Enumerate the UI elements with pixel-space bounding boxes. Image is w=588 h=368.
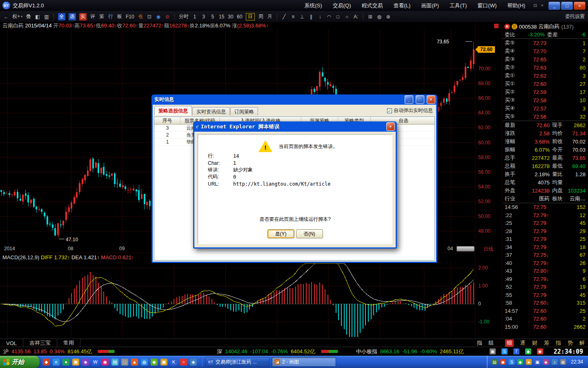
- quick-launch-icon-5[interactable]: W: [92, 359, 99, 366]
- stock-pick-button[interactable]: 选: [69, 13, 76, 20]
- text-tool-icon[interactable]: A:: [353, 13, 359, 20]
- maximize-button[interactable]: □: [561, 2, 573, 10]
- arrow-tool-icon[interactable]: ↓: [317, 13, 323, 20]
- realtime-dialog-titlebar[interactable]: 实时信息 _ □ ×: [153, 94, 436, 105]
- all-market-button[interactable]: 全: [58, 13, 65, 20]
- task-button-0[interactable]: KT交易师[浙江医药 ...: [205, 357, 270, 367]
- rect-tool-icon[interactable]: □: [335, 13, 341, 20]
- tray-icon-3[interactable]: ◆: [517, 359, 523, 365]
- period-60min[interactable]: 60: [237, 13, 243, 20]
- period-month[interactable]: 月: [267, 13, 273, 20]
- period-week[interactable]: 周: [258, 13, 264, 20]
- period-5min[interactable]: 5: [210, 13, 216, 20]
- realtime-button[interactable]: 实: [79, 13, 87, 20]
- close-button[interactable]: ×: [574, 2, 586, 10]
- quick-launch-icon-14[interactable]: ○: [180, 359, 187, 366]
- dialog-tab-2[interactable]: 订阅策略: [230, 107, 258, 115]
- tray-icon-7[interactable]: ♪: [552, 359, 557, 365]
- menu-item-3[interactable]: 查看(L): [394, 2, 411, 9]
- tray-icon-5[interactable]: ▣: [535, 359, 540, 365]
- board-button[interactable]: 板: [117, 13, 122, 20]
- tray-icon-1[interactable]: ◉: [500, 359, 506, 365]
- yes-button[interactable]: 是(Y): [267, 229, 294, 238]
- table-column-header-0[interactable]: 序号: [154, 117, 180, 124]
- panel-icon[interactable]: ⊡: [147, 13, 152, 20]
- quick-launch-icon-9[interactable]: ▲: [131, 359, 138, 366]
- quick-launch-icon-3[interactable]: ▣: [72, 359, 79, 366]
- dialog-maximize-button[interactable]: □: [416, 95, 424, 104]
- quick-launch-icon-12[interactable]: ▣: [160, 359, 167, 366]
- hline-tool-icon[interactable]: ≡: [290, 13, 296, 20]
- circle-tool-icon[interactable]: ○: [344, 13, 350, 20]
- quotes-button[interactable]: 行: [108, 13, 114, 20]
- quote-tab-势[interactable]: 势: [568, 339, 573, 347]
- menu-item-1[interactable]: 交易(Q): [333, 2, 351, 9]
- no-button[interactable]: 否(N): [296, 229, 323, 238]
- tray-icon-4[interactable]: ●: [526, 359, 532, 365]
- ie-dialog-close-button[interactable]: ×: [386, 122, 395, 131]
- quick-launch-icon-8[interactable]: □: [121, 359, 128, 366]
- quick-launch-icon-15[interactable]: ◈: [190, 359, 197, 366]
- order-settings-button[interactable]: 委托设置: [565, 13, 585, 20]
- start-button[interactable]: 开始: [0, 356, 40, 368]
- back-icon[interactable]: ←: [3, 13, 9, 20]
- quick-launch-icon-10[interactable]: ◍: [141, 359, 148, 366]
- statusbar-icon-0[interactable]: ▣: [490, 348, 496, 355]
- period-label[interactable]: 日线: [483, 246, 493, 253]
- tray-icon-8[interactable]: ◍: [560, 359, 566, 365]
- statusbar-icon-1[interactable]: S: [501, 348, 508, 355]
- quote-tab-解[interactable]: 解: [579, 339, 585, 347]
- menu-item-2[interactable]: 程式交易: [362, 2, 383, 9]
- quick-launch-icon-7[interactable]: ▤: [111, 359, 118, 366]
- mdi-restore-icon[interactable]: ⊡: [533, 3, 537, 8]
- quick-launch-icon-11[interactable]: ◆: [151, 359, 158, 366]
- dialog-minimize-button[interactable]: _: [405, 95, 413, 104]
- quick-launch-icon-1[interactable]: e: [53, 359, 60, 366]
- mini-tab-0[interactable]: 指: [477, 339, 482, 347]
- quick-launch-icon-4[interactable]: ◈: [82, 359, 89, 366]
- info-icon[interactable]: 三: [512, 24, 517, 29]
- statusbar-icon-2[interactable]: T: [513, 348, 519, 355]
- dialog-close-button[interactable]: ×: [427, 95, 435, 104]
- mdi-close-icon[interactable]: ×: [541, 3, 543, 8]
- mini-tab-1[interactable]: 组: [488, 339, 494, 347]
- quick-launch-icon-13[interactable]: K: [170, 359, 177, 366]
- tray-icon-6[interactable]: ◈: [543, 359, 549, 365]
- position-button[interactable]: 仓: [138, 13, 143, 20]
- menu-item-6[interactable]: 窗口(W): [477, 2, 497, 9]
- ie-dialog-titlebar[interactable]: e Internet Explorer 脚本错误 ×: [194, 121, 396, 132]
- strategy-button[interactable]: 策: [99, 13, 105, 20]
- layout-icon[interactable]: ⊞: [368, 13, 373, 20]
- axis-corner-icon[interactable]: [494, 24, 499, 28]
- vline-tool-icon[interactable]: ⊥: [299, 13, 305, 20]
- quote-tab-指[interactable]: 指: [556, 339, 561, 347]
- quote-tab-筹[interactable]: 筹: [544, 339, 549, 347]
- menu-item-5[interactable]: 工具(T): [450, 2, 467, 9]
- quote-tab-逐[interactable]: 逐: [520, 339, 526, 347]
- globe-icon[interactable]: ◍: [376, 13, 382, 20]
- quick-launch-icon-6[interactable]: ◉: [102, 359, 109, 366]
- macd-chart[interactable]: [0, 262, 475, 339]
- quote-tab-细[interactable]: 细: [505, 339, 514, 347]
- tray-icon-0[interactable]: ▤: [492, 359, 497, 365]
- stop-icon[interactable]: ⊘: [165, 13, 170, 20]
- indicator-tab-2[interactable]: 常用: [57, 339, 80, 347]
- tray-icon-2[interactable]: S: [509, 359, 514, 365]
- autopop-checkbox[interactable]: ✓: [387, 108, 392, 113]
- pane-split-icon[interactable]: ◧: [35, 13, 40, 20]
- period-3min[interactable]: 3: [201, 13, 207, 20]
- review-button[interactable]: 评: [90, 13, 96, 20]
- h-scrollbar-thumb[interactable]: [457, 246, 474, 251]
- menu-item-4[interactable]: 画面(P): [421, 2, 439, 9]
- minimize-button[interactable]: _: [548, 2, 560, 10]
- dialog-tab-1[interactable]: 实时资讯信息: [192, 107, 230, 115]
- menu-item-7[interactable]: 帮助(H): [507, 2, 525, 9]
- zoom-icon[interactable]: ⊕: [385, 13, 391, 20]
- period-1min[interactable]: 1: [192, 13, 198, 20]
- menu-item-0[interactable]: 系统(S): [304, 2, 322, 9]
- quick-launch-icon-0[interactable]: ◆: [43, 359, 50, 366]
- period-15min[interactable]: 15: [219, 13, 225, 20]
- exright-dropdown[interactable]: 权+▾: [12, 13, 22, 20]
- period-intraday[interactable]: 分时: [179, 13, 189, 20]
- indicator-tab-1[interactable]: 吉祥三宝: [23, 339, 57, 347]
